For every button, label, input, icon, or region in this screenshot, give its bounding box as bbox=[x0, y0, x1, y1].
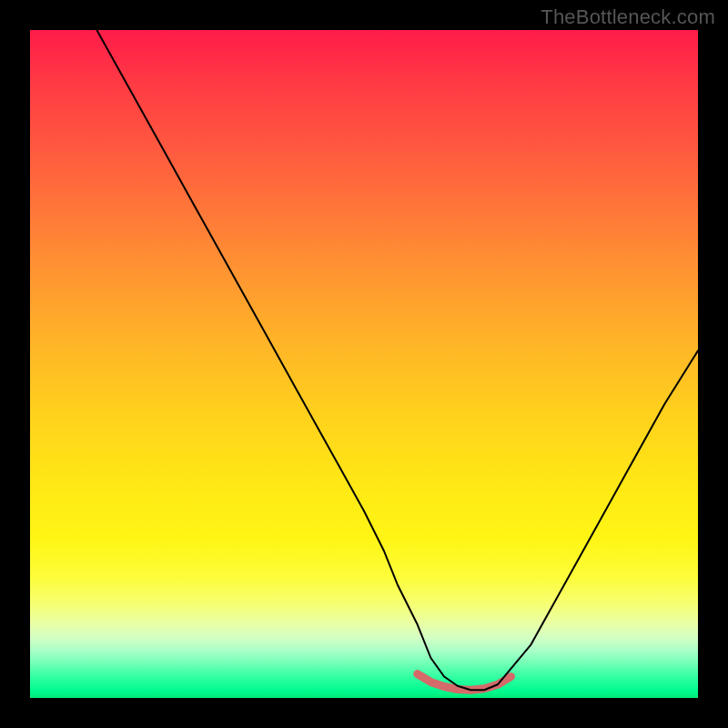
bottleneck-curve bbox=[96, 30, 698, 690]
curve-layer bbox=[30, 30, 698, 698]
watermark-text: TheBottleneck.com bbox=[541, 5, 715, 29]
plot-area bbox=[30, 30, 698, 698]
chart-frame: TheBottleneck.com bbox=[0, 0, 728, 728]
